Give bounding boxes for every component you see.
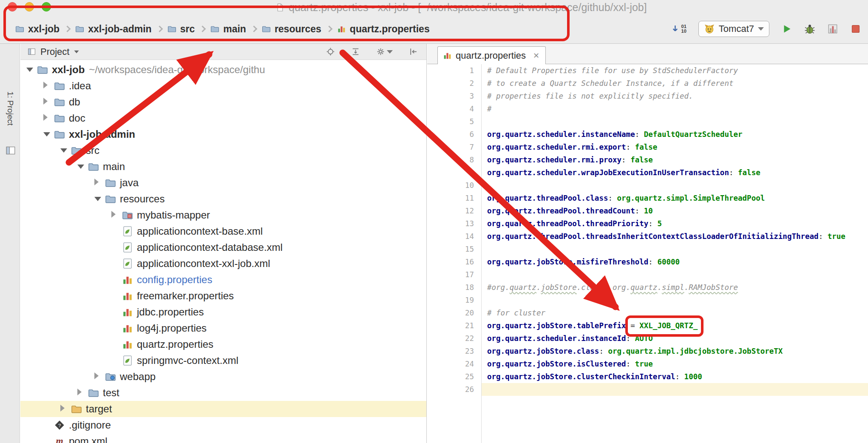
expand-arrow-icon[interactable]	[111, 211, 121, 219]
tree-item-resources[interactable]: resources	[20, 191, 426, 207]
close-tab-icon[interactable]: ✕	[533, 52, 539, 60]
collapse-arrow-icon[interactable]	[60, 147, 70, 154]
line-number[interactable]: 25	[427, 370, 474, 383]
line-number[interactable]: 7	[427, 141, 474, 153]
collapse-arrow-icon[interactable]	[26, 66, 36, 74]
code-line-18[interactable]: #org.quartz.jobStore.class: org.quartz.s…	[487, 281, 868, 294]
code-line-5[interactable]	[487, 115, 868, 128]
line-number[interactable]: 22	[427, 332, 474, 345]
line-number[interactable]: 4	[427, 102, 474, 115]
tree-item-pom-xml[interactable]: mpom.xml	[20, 433, 426, 443]
line-number[interactable]: 21	[427, 319, 474, 332]
line-number[interactable]: 23	[427, 345, 474, 358]
line-number[interactable]: 19	[427, 294, 474, 307]
stop-button[interactable]	[850, 23, 861, 34]
breadcrumb-main[interactable]: main	[210, 23, 246, 35]
inspection-profile-widget[interactable]: 0110	[672, 24, 686, 34]
code-line-9[interactable]: org.quartz.scheduler.wrapJobExecutionInU…	[487, 166, 868, 179]
code-line-19[interactable]	[487, 294, 868, 307]
tree-item-freemarker-properties[interactable]: freemarker.properties	[20, 288, 426, 304]
code-line-6[interactable]: org.quartz.scheduler.instanceName: Defau…	[487, 128, 868, 141]
tree-item-java[interactable]: java	[20, 175, 426, 191]
line-number[interactable]: 8	[427, 153, 474, 166]
code-line-10[interactable]	[487, 179, 868, 192]
collapse-arrow-icon[interactable]	[43, 131, 53, 138]
tree-item-xxl-job[interactable]: xxl-job ~/workspaces/idea-git-workspace/…	[20, 62, 426, 78]
code-line-17[interactable]	[487, 268, 868, 281]
code-line-2[interactable]: # to create a Quartz Scheduler Instance,…	[487, 77, 868, 90]
code-line-21[interactable]: org.quartz.jobStore.tablePrefix = XXL_JO…	[487, 319, 868, 332]
window-close-button[interactable]	[8, 2, 17, 11]
breadcrumb-xxl-job[interactable]: xxl-job	[15, 23, 60, 35]
window-zoom-button[interactable]	[42, 2, 51, 11]
tree-item-applicationcontext-xxl-job-xml[interactable]: applicationcontext-xxl-job.xml	[20, 256, 426, 272]
toolwindow-icon[interactable]	[5, 145, 16, 156]
code-line-7[interactable]: org.quartz.scheduler.rmi.export: false	[487, 141, 868, 153]
code-line-20[interactable]: # for cluster	[487, 307, 868, 319]
tree-item-test[interactable]: test	[20, 385, 426, 401]
code-line-11[interactable]: org.quartz.threadPool.class: org.quartz.…	[487, 192, 868, 204]
code-line-13[interactable]: org.quartz.threadPool.threadPriority: 5	[487, 217, 868, 230]
tree-item-main[interactable]: main	[20, 159, 426, 175]
tree-item-target[interactable]: target	[20, 401, 426, 417]
line-number[interactable]: 12	[427, 204, 474, 217]
line-number[interactable]: 10	[427, 179, 474, 192]
hide-panel-button[interactable]	[409, 47, 418, 56]
tree-item-src[interactable]: src	[20, 142, 426, 159]
code-line-14[interactable]: org.quartz.threadPool.threadsInheritCont…	[487, 230, 868, 243]
tree-item-xxl-job-admin[interactable]: xxl-job-admin	[20, 126, 426, 142]
code-line-12[interactable]: org.quartz.threadPool.threadCount: 10	[487, 204, 868, 217]
panel-settings-button[interactable]	[376, 47, 393, 56]
line-number[interactable]: 1	[427, 64, 474, 77]
code-line-1[interactable]: # Default Properties file for use by Std…	[487, 64, 868, 77]
code-line-3[interactable]: # properties file is not explicitly spec…	[487, 90, 868, 102]
line-number[interactable]: 15	[427, 243, 474, 256]
code-line-26[interactable]	[482, 383, 868, 396]
breadcrumb-src[interactable]: src	[167, 23, 195, 35]
line-number[interactable]: 9	[427, 166, 474, 179]
tab-quartz-properties[interactable]: quartz.properties ✕	[437, 46, 546, 64]
tree-item-db[interactable]: db	[20, 94, 426, 110]
run-configuration-select[interactable]: Tomcat7	[698, 21, 769, 37]
tree-item-doc[interactable]: doc	[20, 110, 426, 126]
chevron-down-icon[interactable]	[74, 50, 79, 53]
expand-arrow-icon[interactable]	[60, 405, 70, 413]
line-number[interactable]: 6	[427, 128, 474, 141]
debug-button[interactable]	[804, 23, 815, 34]
expand-arrow-icon[interactable]	[43, 98, 53, 106]
tree-item-applicationcontext-base-xml[interactable]: applicationcontext-base.xml	[20, 223, 426, 239]
collapse-all-button[interactable]	[351, 47, 360, 56]
code-line-4[interactable]: #	[487, 102, 868, 115]
collapse-arrow-icon[interactable]	[77, 163, 87, 170]
code-line-24[interactable]: org.quartz.jobStore.isClustered: true	[487, 358, 868, 370]
code-line-8[interactable]: org.quartz.scheduler.rmi.proxy: false	[487, 153, 868, 166]
code-line-16[interactable]: org.quartz.jobStore.misfireThreshold: 60…	[487, 256, 868, 268]
code-line-15[interactable]	[487, 243, 868, 256]
tree-item-mybatis-mapper[interactable]: mybatis-mapper	[20, 207, 426, 223]
tree-item-applicationcontext-database-xml[interactable]: applicationcontext-database.xml	[20, 239, 426, 256]
locate-file-button[interactable]	[326, 47, 335, 56]
line-number[interactable]: 26	[427, 383, 474, 396]
line-number[interactable]: 16	[427, 256, 474, 268]
expand-arrow-icon[interactable]	[77, 389, 87, 397]
expand-arrow-icon[interactable]	[94, 372, 104, 381]
breadcrumb-xxl-job-admin[interactable]: xxl-job-admin	[75, 23, 152, 35]
tree-item-springmvc-context-xml[interactable]: springmvc-context.xml	[20, 352, 426, 369]
expand-arrow-icon[interactable]	[43, 82, 53, 90]
code-line-22[interactable]: org.quartz.scheduler.instanceId: AUTO	[487, 332, 868, 345]
breadcrumb-resources[interactable]: resources	[262, 23, 321, 35]
line-number[interactable]: 2	[427, 77, 474, 90]
window-minimize-button[interactable]	[25, 2, 34, 11]
run-button[interactable]	[781, 23, 792, 34]
expand-arrow-icon[interactable]	[94, 179, 104, 187]
line-number[interactable]: 17	[427, 268, 474, 281]
tree-item-webapp[interactable]: webapp	[20, 369, 426, 385]
line-number[interactable]: 18	[427, 281, 474, 294]
line-number[interactable]: 11	[427, 192, 474, 204]
breadcrumb-quartz-properties[interactable]: quartz.properties	[337, 23, 430, 35]
line-number[interactable]: 13	[427, 217, 474, 230]
tree-item-log4j-properties[interactable]: log4j.properties	[20, 320, 426, 336]
tree-item-jdbc-properties[interactable]: jdbc.properties	[20, 304, 426, 320]
line-number[interactable]: 14	[427, 230, 474, 243]
coverage-button[interactable]	[827, 23, 838, 34]
